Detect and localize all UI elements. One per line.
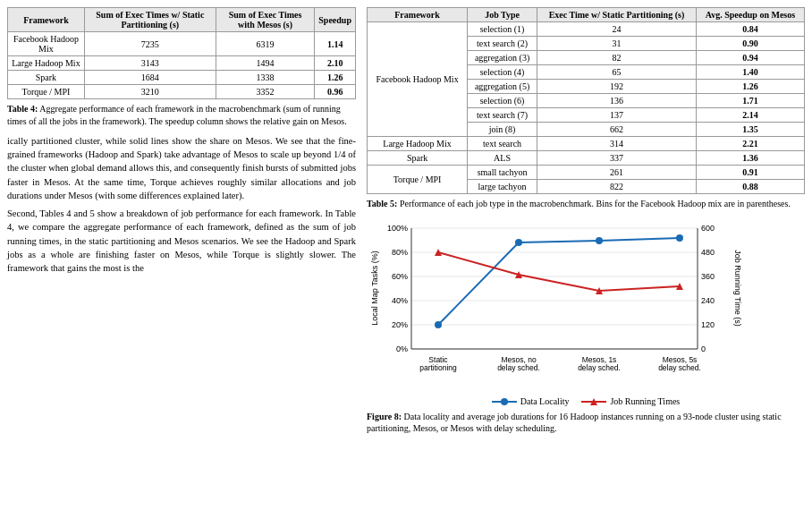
- table4-header-speedup: Speedup: [315, 8, 356, 32]
- svg-text:100%: 100%: [387, 224, 408, 233]
- t4-framework: Spark: [8, 71, 85, 85]
- table4: Framework Sum of Exec Times w/ Static Pa…: [7, 7, 356, 99]
- table5-header-speedup: Avg. Speedup on Mesos: [696, 8, 804, 22]
- svg-text:240: 240: [701, 296, 715, 305]
- figure8-container: 100% 80% 60% 40% 20% 0% 600 480 360 240 …: [367, 219, 805, 435]
- svg-text:delay sched.: delay sched.: [658, 363, 701, 372]
- t4-static: 1684: [84, 71, 216, 85]
- svg-text:0%: 0%: [396, 344, 408, 353]
- t4-static: 3143: [84, 56, 216, 71]
- t5-job: selection (1): [468, 22, 537, 37]
- table-row: Facebook Hadoop Mix selection (1) 24 0.8…: [368, 22, 805, 37]
- left-column: Framework Sum of Exec Times w/ Static Pa…: [7, 7, 356, 435]
- t5-speedup: 1.26: [696, 80, 804, 94]
- svg-text:partitioning: partitioning: [419, 363, 457, 372]
- t5-job: ALS: [468, 151, 537, 166]
- figure8-caption: Figure 8: Data locality and average job …: [367, 411, 805, 435]
- t5-exec: 662: [537, 123, 697, 137]
- t5-job: aggregation (5): [468, 80, 537, 94]
- body-paragraph-1: ically partitioned cluster, while solid …: [7, 134, 356, 202]
- t5-speedup: 0.91: [696, 166, 804, 180]
- table-row: Large Hadoop Mix 3143 1494 2.10: [8, 56, 356, 71]
- t5-speedup: 1.36: [696, 151, 804, 166]
- t5-exec: 822: [537, 180, 697, 194]
- svg-point-31: [435, 321, 442, 328]
- figure8-chart: 100% 80% 60% 40% 20% 0% 600 480 360 240 …: [367, 219, 742, 394]
- t5-exec: 24: [537, 22, 697, 37]
- t5-job: aggregation (3): [468, 51, 537, 65]
- table-row: Large Hadoop Mix text search 314 2.21: [368, 137, 805, 151]
- body-text: ically partitioned cluster, while solid …: [7, 134, 356, 275]
- t5-exec: 65: [537, 65, 697, 80]
- t5-framework: Spark: [368, 151, 468, 166]
- table4-header-static: Sum of Exec Times w/ Static Partitioning…: [84, 8, 216, 32]
- t5-job: text search: [468, 137, 537, 151]
- t5-job: small tachyon: [468, 166, 537, 180]
- t4-speedup: 1.26: [315, 71, 356, 85]
- t5-speedup: 1.35: [696, 123, 804, 137]
- svg-text:40%: 40%: [392, 296, 408, 305]
- t4-mesos: 1338: [216, 71, 315, 85]
- t5-exec: 137: [537, 108, 697, 123]
- table5-header-jobtype: Job Type: [468, 8, 537, 22]
- t4-framework: Torque / MPI: [8, 85, 85, 99]
- svg-text:0: 0: [701, 344, 706, 353]
- t4-mesos: 1494: [216, 56, 315, 71]
- t5-exec: 82: [537, 51, 697, 65]
- legend-data-locality-label: Data Locality: [520, 396, 570, 406]
- t4-static: 3210: [84, 85, 216, 99]
- t5-exec: 31: [537, 37, 697, 51]
- t4-speedup: 1.14: [315, 32, 356, 56]
- table5-caption: Table 5: Performance of each job type in…: [367, 198, 805, 210]
- t5-framework: Torque / MPI: [368, 166, 468, 194]
- body-paragraph-2: Second, Tables 4 and 5 show a breakdown …: [7, 207, 356, 275]
- t5-job: join (8): [468, 123, 537, 137]
- t5-job: text search (7): [468, 108, 537, 123]
- t5-speedup: 1.71: [696, 94, 804, 108]
- chart-legend: Data Locality Job Running Times: [367, 396, 805, 407]
- t5-exec: 261: [537, 166, 697, 180]
- t5-speedup: 0.88: [696, 180, 804, 194]
- t5-speedup: 0.90: [696, 37, 804, 51]
- t4-framework: Facebook Hadoop Mix: [8, 32, 85, 56]
- right-column: Framework Job Type Exec Time w/ Static P…: [367, 7, 805, 435]
- table-row: Spark 1684 1338 1.26: [8, 71, 356, 85]
- svg-point-33: [596, 237, 603, 244]
- legend-data-locality: Data Locality: [492, 396, 570, 407]
- table-row: Torque / MPI small tachyon 261 0.91: [368, 166, 805, 180]
- table5-header-framework: Framework: [368, 8, 468, 22]
- t5-job: large tachyon: [468, 180, 537, 194]
- table4-caption: Table 4: Aggregate performance of each f…: [7, 103, 356, 127]
- svg-point-34: [676, 234, 683, 242]
- svg-text:Job Running Time (s): Job Running Time (s): [733, 250, 742, 327]
- t4-framework: Large Hadoop Mix: [8, 56, 85, 71]
- svg-text:600: 600: [701, 224, 715, 233]
- t4-mesos: 3352: [216, 85, 315, 99]
- table-row: Spark ALS 337 1.36: [368, 151, 805, 166]
- t5-speedup: 0.84: [696, 22, 804, 37]
- t4-static: 7235: [84, 32, 216, 56]
- t4-speedup: 2.10: [315, 56, 356, 71]
- svg-text:480: 480: [701, 248, 715, 257]
- t4-mesos: 6319: [216, 32, 315, 56]
- t5-speedup: 0.94: [696, 51, 804, 65]
- t5-job: text search (2): [468, 37, 537, 51]
- t5-framework: Large Hadoop Mix: [368, 137, 468, 151]
- legend-job-running-label: Job Running Times: [610, 396, 680, 406]
- svg-text:Local Map Tasks (%): Local Map Tasks (%): [370, 251, 379, 325]
- table5: Framework Job Type Exec Time w/ Static P…: [367, 7, 805, 194]
- t5-framework: Facebook Hadoop Mix: [368, 22, 468, 137]
- svg-text:delay sched.: delay sched.: [578, 363, 621, 372]
- t5-job: selection (4): [468, 65, 537, 80]
- svg-text:60%: 60%: [392, 272, 408, 281]
- t5-job: selection (6): [468, 94, 537, 108]
- t4-speedup: 0.96: [315, 85, 356, 99]
- svg-text:360: 360: [701, 272, 715, 281]
- svg-text:80%: 80%: [392, 248, 408, 257]
- t5-speedup: 2.21: [696, 137, 804, 151]
- table4-header-framework: Framework: [8, 8, 85, 32]
- table-row: Facebook Hadoop Mix 7235 6319 1.14: [8, 32, 356, 56]
- svg-text:delay sched.: delay sched.: [497, 363, 540, 372]
- t5-speedup: 2.14: [696, 108, 804, 123]
- t5-exec: 337: [537, 151, 697, 166]
